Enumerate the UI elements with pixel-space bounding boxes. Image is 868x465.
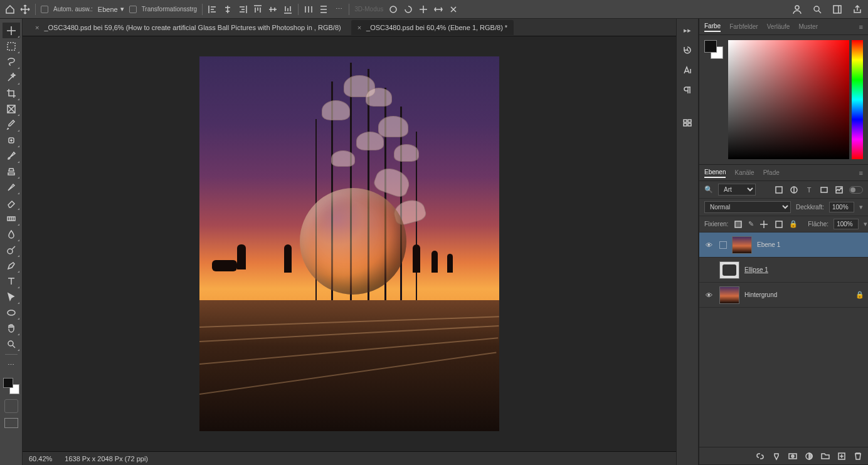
magic-wand-tool[interactable] <box>3 70 20 85</box>
link-layers-icon[interactable] <box>755 451 765 461</box>
share-icon[interactable] <box>852 4 863 15</box>
transform-controls-checkbox[interactable] <box>129 6 137 13</box>
distribute-h-icon[interactable] <box>304 4 314 14</box>
tab-farbe[interactable]: Farbe <box>704 21 721 32</box>
new-group-icon[interactable] <box>820 451 830 461</box>
adjustment-layer-icon[interactable] <box>804 451 814 461</box>
color-swatches[interactable] <box>3 378 19 394</box>
align-vcenter-icon[interactable] <box>268 4 278 14</box>
marquee-tool[interactable] <box>3 38 20 54</box>
saturation-value-picker[interactable] <box>728 40 849 159</box>
distribute-v-icon[interactable] <box>319 4 329 14</box>
filter-smart-icon[interactable] <box>834 185 844 195</box>
align-hcenter-icon[interactable] <box>223 4 233 14</box>
canvas-area[interactable] <box>23 36 676 451</box>
more-align-icon[interactable]: ⋯ <box>334 4 344 14</box>
brush-tool[interactable] <box>3 148 20 164</box>
document-dimensions[interactable]: 1638 Px x 2048 Px (72 ppi) <box>65 455 148 462</box>
layer-style-icon[interactable] <box>771 451 781 461</box>
screen-mode-toggle[interactable] <box>4 418 18 428</box>
auto-select-target-dropdown[interactable]: Ebene▾ <box>98 5 124 13</box>
align-bottom-icon[interactable] <box>283 4 293 14</box>
eyedropper-tool[interactable] <box>3 117 20 132</box>
document-tab-0[interactable]: ×_OSC3480.psd bei 59,6% (How to create a… <box>29 20 347 35</box>
paragraph-panel-icon[interactable] <box>680 83 695 98</box>
align-right-icon[interactable] <box>238 4 248 14</box>
layer-name[interactable]: Ellipse 1 <box>744 266 768 273</box>
panel-menu-icon[interactable]: ≡ <box>859 169 863 177</box>
lock-icon[interactable]: 🔒 <box>855 291 864 299</box>
layer-name[interactable]: Ebene 1 <box>757 241 780 248</box>
visibility-toggle[interactable]: 👁 <box>703 291 714 299</box>
layer-item[interactable]: 👁 Hintergrund 🔒 <box>699 283 868 308</box>
tab-ebenen[interactable]: Ebenen <box>704 167 726 178</box>
align-top-icon[interactable] <box>253 4 263 14</box>
blend-mode-dropdown[interactable]: Normal <box>704 201 791 213</box>
lock-all-icon[interactable]: 🔒 <box>789 219 798 229</box>
document-canvas[interactable] <box>199 56 499 431</box>
lock-pixels-icon[interactable]: ✎ <box>748 219 754 229</box>
layer-thumbnail[interactable] <box>732 236 752 254</box>
lock-transparency-icon[interactable] <box>733 219 743 229</box>
healing-brush-tool[interactable] <box>3 132 20 148</box>
frame-tool[interactable] <box>3 101 20 117</box>
account-icon[interactable] <box>791 4 803 15</box>
shape-tool[interactable] <box>3 305 20 320</box>
panel-menu-icon[interactable]: ≡ <box>859 23 863 31</box>
filter-pixel-icon[interactable] <box>774 185 784 195</box>
auto-select-checkbox[interactable] <box>41 6 48 13</box>
history-brush-tool[interactable] <box>3 179 20 195</box>
align-left-icon[interactable] <box>208 4 218 14</box>
tab-verlaeufe[interactable]: Verläufe <box>767 22 790 31</box>
type-tool[interactable] <box>3 273 20 289</box>
move-tool[interactable] <box>3 23 20 38</box>
layer-filter-dropdown[interactable]: Art <box>718 184 756 196</box>
tab-muster[interactable]: Muster <box>798 22 818 31</box>
zoom-tool[interactable] <box>3 336 20 352</box>
character-panel-icon[interactable] <box>680 63 695 78</box>
layer-thumbnail[interactable] <box>719 261 739 279</box>
new-layer-icon[interactable] <box>837 451 847 461</box>
tab-kanaele[interactable]: Kanäle <box>734 168 754 177</box>
layer-thumbnail[interactable] <box>719 286 739 304</box>
expand-panels-icon[interactable]: ▸▸ <box>680 23 695 38</box>
filter-adjustment-icon[interactable] <box>789 185 799 195</box>
layer-name[interactable]: Hintergrund <box>744 291 777 298</box>
filter-toggle[interactable] <box>849 186 863 194</box>
path-selection-tool[interactable] <box>3 289 20 305</box>
quick-mask-toggle[interactable] <box>4 399 18 413</box>
lock-position-icon[interactable] <box>759 219 769 229</box>
fill-input[interactable] <box>834 219 859 229</box>
filter-shape-icon[interactable] <box>819 185 829 195</box>
mini-swatches[interactable] <box>704 40 723 59</box>
lock-artboard-icon[interactable] <box>774 219 784 229</box>
layer-mask-icon[interactable] <box>788 451 798 461</box>
layer-item[interactable]: 👁 Ebene 1 <box>699 232 868 258</box>
hand-tool[interactable] <box>3 320 20 336</box>
filter-type-icon[interactable]: T <box>804 185 814 195</box>
document-tab-1[interactable]: ×_OSC3480.psd bei 60,4% (Ebene 1, RGB/8)… <box>351 20 514 35</box>
dodge-tool[interactable] <box>3 242 20 258</box>
layer-item[interactable]: Ellipse 1 <box>699 258 868 283</box>
history-panel-icon[interactable] <box>680 43 695 58</box>
gradient-tool[interactable] <box>3 211 20 226</box>
hue-slider[interactable] <box>852 40 863 159</box>
opacity-input[interactable] <box>829 202 854 212</box>
blur-tool[interactable] <box>3 226 20 242</box>
close-tab-icon[interactable]: × <box>35 24 39 31</box>
move-tool-icon[interactable] <box>20 4 30 14</box>
link-icon[interactable] <box>719 241 727 249</box>
workspace-icon[interactable] <box>832 4 843 15</box>
zoom-level[interactable]: 60.42% <box>29 455 52 462</box>
edit-toolbar[interactable]: ⋯ <box>3 357 20 373</box>
eraser-tool[interactable] <box>3 195 20 211</box>
close-tab-icon[interactable]: × <box>357 24 361 31</box>
pen-tool[interactable] <box>3 258 20 273</box>
libraries-panel-icon[interactable] <box>680 115 695 130</box>
tab-farbfelder[interactable]: Farbfelder <box>729 22 758 31</box>
home-icon[interactable] <box>5 4 15 14</box>
lasso-tool[interactable] <box>3 54 20 70</box>
delete-layer-icon[interactable] <box>853 451 863 461</box>
tab-pfade[interactable]: Pfade <box>763 168 780 177</box>
clone-stamp-tool[interactable] <box>3 164 20 179</box>
